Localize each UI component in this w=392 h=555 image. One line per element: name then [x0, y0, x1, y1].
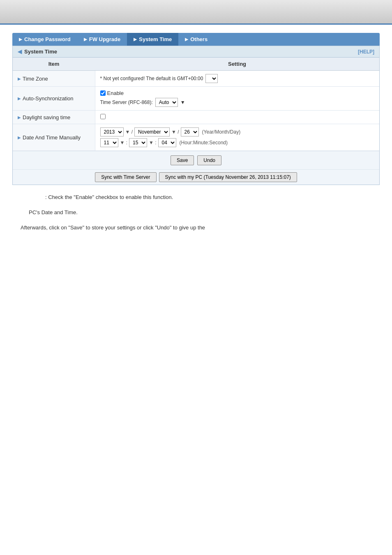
- system-time-panel: ◀ System Time [HELP] Item Setting: [12, 46, 380, 185]
- panel-header: ◀ System Time [HELP]: [13, 46, 379, 58]
- separator3: ▼ :: [120, 140, 128, 146]
- tab-arrow-icon: ▶: [19, 37, 22, 42]
- separator1: ▼ /: [125, 129, 133, 135]
- nav-tabs-bar: ▶ Change Password ▶ FW Upgrade ▶ System …: [12, 33, 380, 46]
- save-undo-row: Save Undo: [13, 151, 379, 169]
- row-label[interactable]: ▶ Auto-Synchronization: [18, 95, 90, 102]
- col-setting: Setting: [95, 58, 379, 71]
- date-format-label: (Year/Month/Day): [202, 129, 241, 135]
- row-label[interactable]: ▶ Time Zone: [18, 76, 90, 82]
- day-select[interactable]: 26: [181, 127, 199, 136]
- daylight-label: Daylight saving time: [23, 114, 70, 120]
- table-row: ▶ Date And Time Manually 2013 ▼ /: [13, 124, 379, 151]
- tab-others[interactable]: ▶ Others: [178, 33, 214, 46]
- panel-title-icon: ◀: [18, 49, 22, 55]
- timezone-label-cell: ▶ Time Zone: [13, 71, 95, 87]
- tab-change-password[interactable]: ▶ Change Password: [12, 33, 77, 46]
- datetime-label-cell: ▶ Date And Time Manually: [13, 124, 95, 151]
- tab-label: System Time: [139, 36, 172, 42]
- col-item: Item: [13, 58, 95, 71]
- time-server-select[interactable]: Auto: [155, 98, 178, 107]
- undo-button[interactable]: Undo: [197, 155, 221, 165]
- autosync-label-cell: ▶ Auto-Synchronization: [13, 87, 95, 111]
- hour-select[interactable]: 11: [100, 138, 118, 147]
- separator2: ▼ /: [171, 129, 179, 135]
- body-text: : Check the "Enable" checkbox to enable …: [12, 193, 380, 232]
- tab-system-time[interactable]: ▶ System Time: [127, 33, 178, 46]
- time-row: 11 ▼ : 15 ▼ : 04 (Hour:Minute:Second): [100, 138, 375, 147]
- row-arrow-icon: ▶: [18, 96, 21, 101]
- tab-label: Change Password: [24, 36, 71, 42]
- timezone-select[interactable]: [205, 74, 218, 83]
- datetime-label: Date And Time Manually: [23, 134, 81, 141]
- enable-checkbox[interactable]: [100, 90, 106, 96]
- row-arrow-icon: ▶: [18, 76, 21, 81]
- sync-row: Sync with Time Server Sync with my PC (T…: [13, 169, 379, 185]
- daylight-label-cell: ▶ Daylight saving time: [13, 111, 95, 124]
- row-label[interactable]: ▶ Daylight saving time: [18, 114, 90, 120]
- row-arrow-icon: ▶: [18, 135, 21, 140]
- top-banner: [0, 0, 392, 25]
- help-line3: Afterwards, click on "Save" to store you…: [21, 224, 371, 232]
- daylight-setting-cell: [95, 111, 379, 124]
- second-select[interactable]: 04: [158, 138, 176, 147]
- minute-select[interactable]: 15: [129, 138, 147, 147]
- separator4: ▼ :: [149, 140, 157, 146]
- settings-table: Item Setting ▶ Time Zone: [13, 58, 379, 151]
- tab-label: Others: [190, 36, 208, 42]
- timezone-value: * Not yet configured! The default is GMT…: [100, 76, 203, 81]
- year-select[interactable]: 2013: [100, 127, 124, 136]
- help-link[interactable]: [HELP]: [358, 49, 374, 55]
- table-row: ▶ Time Zone * Not yet configured! The de…: [13, 71, 379, 87]
- save-button[interactable]: Save: [171, 155, 194, 165]
- enable-label: Enable: [107, 90, 124, 96]
- tab-arrow-icon: ▶: [134, 37, 137, 42]
- panel-title: ◀ System Time: [18, 49, 57, 55]
- autosync-setting-cell: Enable Time Server (RFC-868): Auto ▼: [95, 87, 379, 111]
- date-row: 2013 ▼ / November ▼ / 26 (Year/Month/Day…: [100, 127, 375, 136]
- panel-title-text: System Time: [24, 49, 57, 55]
- timezone-label: Time Zone: [23, 76, 48, 82]
- autosync-label: Auto-Synchronization: [23, 95, 74, 102]
- row-label[interactable]: ▶ Date And Time Manually: [18, 134, 90, 141]
- time-server-label: Time Server (RFC-868):: [100, 99, 153, 105]
- sync-server-button[interactable]: Sync with Time Server: [95, 172, 156, 182]
- help-line1: : Check the "Enable" checkbox to enable …: [45, 193, 371, 202]
- tab-fw-upgrade[interactable]: ▶ FW Upgrade: [77, 33, 127, 46]
- tab-arrow-icon: ▶: [185, 37, 188, 42]
- row-arrow-icon: ▶: [18, 115, 21, 120]
- help-line2: PC's Date and Time.: [29, 208, 371, 217]
- table-row: ▶ Daylight saving time: [13, 111, 379, 124]
- tab-arrow-icon: ▶: [84, 37, 87, 42]
- table-row: ▶ Auto-Synchronization Enable Time Serve…: [13, 87, 379, 111]
- datetime-setting-cell: 2013 ▼ / November ▼ / 26 (Year/Month/Day…: [95, 124, 379, 151]
- tab-label: FW Upgrade: [89, 36, 121, 42]
- sync-pc-button[interactable]: Sync with my PC (Tuesday November 26, 20…: [159, 172, 297, 182]
- time-format-label: (Hour:Minute:Second): [180, 140, 228, 146]
- month-select[interactable]: November: [134, 127, 170, 136]
- timezone-setting-cell: * Not yet configured! The default is GMT…: [95, 71, 379, 87]
- daylight-checkbox[interactable]: [100, 114, 106, 119]
